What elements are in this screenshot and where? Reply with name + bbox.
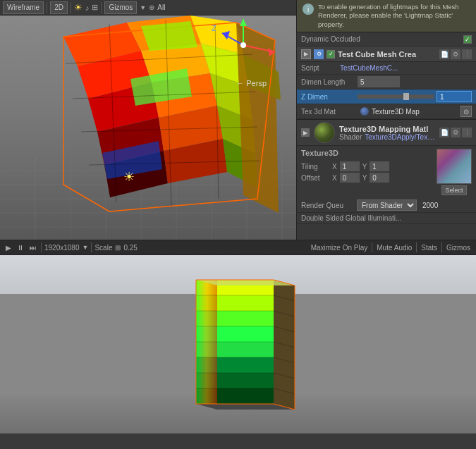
mute-audio-button[interactable]: Mute Audio [375, 244, 413, 252]
component-title: Test Cube Mesh Crea [338, 50, 437, 59]
dimen-length-row: Dimen Length [297, 75, 476, 90]
z-dimen-slider-track[interactable] [358, 94, 434, 99]
mid-sep-2 [91, 242, 92, 252]
mesh-3d-svg: Z [0, 16, 296, 240]
texture-icon [360, 107, 369, 116]
pause-button[interactable]: ⏸ [16, 244, 25, 252]
offset-x-input[interactable] [340, 173, 360, 183]
info-icon: i [303, 4, 314, 15]
tex-3d-mat-label: Tex 3d Mat [301, 108, 358, 116]
tiling-row: Tiling X Y [301, 161, 432, 171]
tiling-offset-area: Tiling X Y Offset X Y [301, 161, 432, 183]
tiling-x-input[interactable] [340, 161, 360, 171]
dimen-length-input[interactable] [358, 76, 400, 87]
step-button[interactable]: ⏭ [28, 244, 38, 252]
tiling-y-label: Y [362, 163, 367, 171]
render-queue-row: Render Queu From Shader 2000 [297, 198, 476, 213]
select-button[interactable]: Select [441, 185, 466, 195]
component-icon: ⚙ [314, 49, 324, 59]
texture3d-label-row: Texture3D [301, 149, 432, 157]
tiling-x-label: X [332, 163, 337, 171]
tex-3d-mat-row: Tex 3d Mat Texture3D Map ⊙ [297, 104, 476, 119]
toolbar-separator-2 [71, 2, 71, 13]
offset-y-input[interactable] [370, 173, 389, 183]
render-queue-select[interactable]: From Shader [357, 199, 417, 211]
texture3d-area: Texture3D Tiling X Y Offset [301, 149, 472, 195]
viewport-canvas: Z ← Persp ☀ [0, 16, 296, 240]
dimen-length-label: Dimen Length [301, 78, 358, 86]
render-queue-label: Render Queu [301, 202, 354, 209]
info-text: To enable generation of lightmaps for th… [318, 3, 470, 29]
tiling-label: Tiling [301, 163, 329, 171]
mid-sep-4 [416, 242, 417, 252]
render-queue-value: 2000 [422, 202, 438, 209]
stats-button[interactable]: Stats [420, 244, 439, 252]
offset-y-label: Y [362, 174, 367, 182]
sun-light-icon: ☀ [123, 169, 138, 183]
dynamic-occluded-checkbox[interactable]: ✓ [463, 35, 472, 44]
material-header: ▶ Texture3D Mapping Matl Shader Texture3… [297, 120, 476, 146]
wireframe-button[interactable]: Wireframe [3, 1, 44, 14]
mid-right: Maximize On Play Mute Audio Stats Gizmos [310, 242, 472, 252]
texture3d-fields: Texture3D Tiling X Y Offset [301, 149, 432, 184]
scale-value: 0.25 [123, 244, 137, 252]
svg-marker-44 [240, 19, 247, 26]
shader-row: Shader Texture3DApply/Texture3D [339, 133, 435, 141]
component-dots-icon[interactable]: ⋮ [462, 49, 472, 59]
tex-3d-mat-dot-button[interactable]: ⊙ [460, 106, 472, 117]
component-expand-arrow[interactable]: ▶ [301, 49, 311, 59]
resolution-arrow: ▼ [83, 244, 89, 251]
persp-label: ← Persp [236, 79, 267, 87]
top-section: Wireframe 2D ☀ ♪ ⊞ Gizmos ▼ ⊕ All [0, 0, 476, 240]
bottom-section [0, 255, 476, 449]
material-header-icons: 📄 ⚙ ⋮ [439, 128, 472, 137]
texture3d-label: Texture3D [301, 149, 338, 157]
play-button[interactable]: ▶ [4, 244, 13, 252]
viewport-left: Wireframe 2D ☀ ♪ ⊞ Gizmos ▼ ⊕ All [0, 0, 296, 240]
material-expand[interactable]: ▶ [301, 128, 310, 137]
mid-sep-5 [441, 242, 442, 252]
filter-icon: ⊕ [149, 4, 154, 11]
material-dots-btn[interactable]: ⋮ [462, 128, 472, 137]
mid-sep-1 [41, 242, 42, 252]
z-dimen-input[interactable] [437, 91, 472, 102]
dynamic-occluded-row: Dynamic Occluded ✓ [297, 32, 476, 47]
mode-2d-button[interactable]: 2D [50, 1, 68, 14]
gizmos-bottom-button[interactable]: Gizmos [445, 244, 472, 252]
component-book-icon[interactable]: 📄 [439, 49, 449, 59]
maximize-on-play-button[interactable]: Maximize On Play [310, 244, 370, 252]
component-header: ▶ ⚙ ✓ Test Cube Mesh Crea 📄 ⚙ ⋮ [297, 47, 476, 62]
gizmos-button[interactable]: Gizmos [104, 1, 137, 14]
svg-marker-31 [141, 21, 197, 51]
scale-icon: ⊞ [115, 244, 121, 252]
z-dimen-row: Z Dimen [297, 90, 476, 104]
component-gear-icon[interactable]: ⚙ [451, 49, 460, 59]
mid-sep-3 [372, 242, 372, 252]
svg-point-47 [240, 42, 246, 48]
texture-thumbnail [437, 149, 472, 184]
svg-text:Z: Z [212, 24, 216, 32]
material-info: Texture3D Mapping Matl Shader Texture3DA… [339, 125, 435, 141]
game-view-mesh-svg [133, 273, 344, 433]
game-canvas [0, 255, 476, 433]
material-book-btn[interactable]: 📄 [439, 128, 449, 137]
z-dimen-slider-area [358, 91, 472, 102]
info-bar: i To enable generation of lightmaps for … [297, 0, 476, 32]
z-dimen-label: Z Dimen [301, 93, 358, 101]
toolbar-separator-1 [47, 2, 47, 13]
double-sided-label: Double Sided Global Illuminati... [301, 214, 472, 222]
resolution-label: 1920x1080 [44, 244, 80, 252]
z-dimen-slider-handle[interactable] [403, 93, 409, 100]
middle-bar: ▶ ⏸ ⏭ 1920x1080 ▼ Scale ⊞ 0.25 Maximize … [0, 240, 476, 255]
offset-x-label: X [332, 174, 337, 182]
material-gear-btn[interactable]: ⚙ [451, 128, 460, 137]
material-sphere [314, 122, 335, 143]
offset-row: Offset X Y [301, 173, 432, 183]
offset-label: Offset [301, 174, 329, 182]
all-label: All [157, 4, 165, 11]
script-row: Script TestCubeMeshC... [297, 62, 476, 75]
component-enabled-checkbox[interactable]: ✓ [327, 50, 335, 59]
double-sided-row: Double Sided Global Illuminati... [297, 213, 476, 224]
tiling-y-input[interactable] [370, 161, 389, 171]
right-panel: i To enable generation of lightmaps for … [296, 0, 476, 240]
